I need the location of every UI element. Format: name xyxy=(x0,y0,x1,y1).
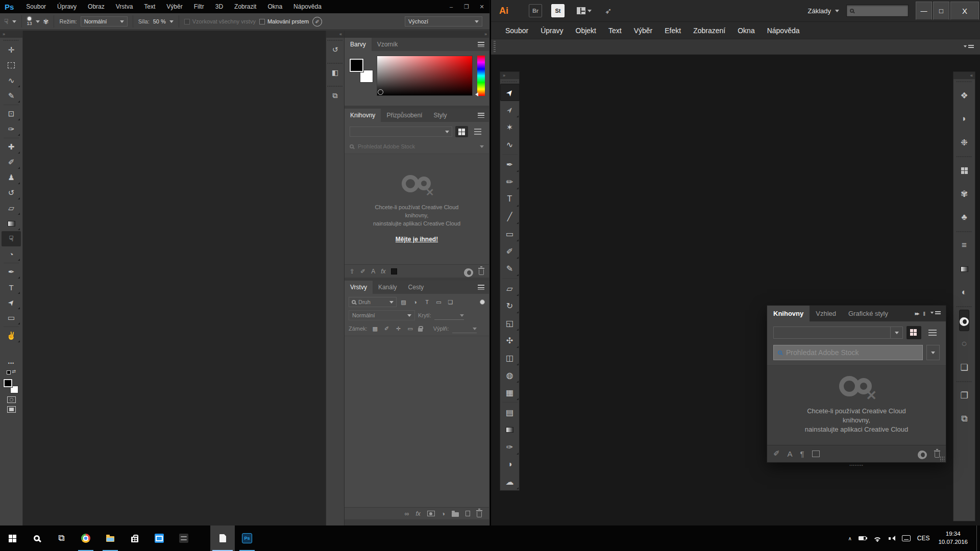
dock-grip[interactable] xyxy=(327,38,343,42)
taskbar-settings-button[interactable] xyxy=(172,525,196,551)
toolbar-grip[interactable] xyxy=(502,79,518,84)
rectangle-tool[interactable]: ▭ xyxy=(500,225,520,242)
layers-list-empty[interactable] xyxy=(345,336,489,507)
get-creative-cloud-link[interactable]: Mějte je ihned! xyxy=(396,235,438,244)
dock-grip[interactable] xyxy=(956,379,972,384)
panel-menu-icon[interactable] xyxy=(930,311,941,316)
ps-colors-tab-barvy[interactable]: Barvy xyxy=(345,38,372,51)
quick-mask-icon[interactable] xyxy=(7,396,16,403)
fill-dropdown[interactable] xyxy=(452,324,477,333)
search-input[interactable] xyxy=(846,5,909,17)
arrange-documents-button[interactable] xyxy=(577,7,592,14)
type-tool[interactable]: T xyxy=(500,190,520,208)
layers-panel-icon[interactable]: ❐ xyxy=(960,385,968,406)
swatches-panel-icon[interactable] xyxy=(961,160,968,181)
history-panel-icon[interactable]: ↺ xyxy=(328,42,342,57)
task-view-button[interactable]: ⧉ xyxy=(49,525,74,551)
ai-menu-text[interactable]: Text xyxy=(602,22,628,39)
upload-icon[interactable]: ⇪ xyxy=(350,268,355,275)
graphic-styles-panel-icon[interactable]: ❏ xyxy=(960,357,968,378)
list-view-button[interactable] xyxy=(925,326,940,339)
smudge-tool-preset-icon[interactable]: ☟ xyxy=(4,17,9,26)
ai-menu-okna[interactable]: Okna xyxy=(731,22,761,39)
blend-mode-dropdown[interactable]: Normální xyxy=(81,16,128,27)
taskbar-messaging-button[interactable] xyxy=(147,525,172,551)
workspace-switcher[interactable]: Základy xyxy=(807,7,839,15)
artboards-panel-icon[interactable]: ⧉ xyxy=(961,408,967,430)
dock-grip[interactable] xyxy=(327,61,343,65)
dock-grip[interactable] xyxy=(956,304,972,309)
close-button[interactable]: ✕ xyxy=(474,0,489,13)
direct-selection-tool[interactable]: ➢ xyxy=(500,101,520,118)
ps-menu-zobrazit[interactable]: Zobrazit xyxy=(229,0,262,13)
brushes-panel-icon[interactable]: ✾ xyxy=(961,183,968,205)
add-character-style-icon[interactable]: A xyxy=(788,449,793,458)
symbol-sprayer-tool[interactable]: ☁ xyxy=(500,473,520,490)
ps-layers-tab-vrstvy[interactable]: Vrstvy xyxy=(345,281,373,294)
saturation-brightness-field[interactable] xyxy=(377,56,473,96)
hidden-icons-chevron-icon[interactable]: ∧ xyxy=(848,536,851,541)
ai-menu-n-pov-da[interactable]: Nápověda xyxy=(761,22,806,39)
screen-mode-icon[interactable] xyxy=(7,406,16,413)
library-search-row[interactable]: Prohledat Adobe Stock xyxy=(345,139,489,154)
add-color-swatch-icon[interactable] xyxy=(812,450,820,457)
smudge-tool[interactable]: ☟ xyxy=(2,231,21,246)
ps-menu-3d[interactable]: 3D xyxy=(210,0,229,13)
pen-tool[interactable]: ✒ xyxy=(2,264,21,280)
toolbar-collapse-icon[interactable]: ›› xyxy=(500,72,519,79)
clock[interactable]: 19:34 10.07.2016 xyxy=(936,530,970,546)
panel-menu-icon[interactable] xyxy=(473,38,489,51)
filter-adjustment-layers-icon[interactable]: ◑ xyxy=(410,297,420,307)
eraser-tool[interactable]: ▱ xyxy=(2,201,21,216)
layer-style-icon[interactable]: fx xyxy=(415,510,420,517)
delete-layer-icon[interactable] xyxy=(477,512,482,517)
filter-shape-layers-icon[interactable]: ▭ xyxy=(434,297,444,307)
ai-menu-soubor[interactable]: Soubor xyxy=(499,22,534,39)
foreground-background-swatches[interactable] xyxy=(4,379,19,393)
perspective-grid-tool[interactable]: ▦ xyxy=(500,384,520,401)
brush-tool[interactable]: ✐ xyxy=(2,155,21,170)
link-layers-icon[interactable]: ∞ xyxy=(405,510,409,517)
curvature-tool[interactable]: ✏ xyxy=(500,173,520,190)
eyedropper-tool[interactable]: ✑ xyxy=(2,121,21,137)
ps-menu-text[interactable]: Text xyxy=(138,0,161,13)
finger-painting-checkbox[interactable]: Malování prstem xyxy=(259,18,309,24)
strength-value[interactable]: 50 % xyxy=(153,18,166,24)
ps-colors-tab-vzorn-k[interactable]: Vzorník xyxy=(372,38,404,51)
tablet-pressure-icon[interactable]: ✐ xyxy=(312,17,322,27)
mesh-tool[interactable]: ▤ xyxy=(500,404,520,421)
ai-lib-tab-grafick-styly[interactable]: Grafické styly xyxy=(842,306,894,321)
gradient-tool[interactable] xyxy=(2,216,21,231)
illustrator-canvas[interactable]: ›› ➤➢✶∿✒✏T╱▭✐✎▱↻◱✣◫◍▦▤✑◑☁ ‹‹ ❖◗❉✾♣≡◐◌❏❐⧉… xyxy=(491,56,980,525)
ps-layers-tab-kan-ly[interactable]: Kanály xyxy=(373,281,403,294)
dropdown-caret-icon[interactable] xyxy=(890,327,902,338)
zoom-tool[interactable] xyxy=(2,343,21,359)
list-view-button[interactable] xyxy=(471,126,484,137)
ai-menu-v-b-r[interactable]: Výběr xyxy=(628,22,659,39)
minimize-button[interactable]: – xyxy=(444,0,459,13)
lock-transparency-icon[interactable]: ▩ xyxy=(371,324,379,333)
ps-menu-okna[interactable]: Okna xyxy=(262,0,288,13)
ps-menu-filtr[interactable]: Filtr xyxy=(188,0,210,13)
ps-menu-obraz[interactable]: Obraz xyxy=(82,0,110,13)
tool-preset-caret-icon[interactable] xyxy=(12,20,16,25)
ai-lib-tab-knihovny[interactable]: Knihovny xyxy=(767,306,810,321)
dock-grip[interactable] xyxy=(956,79,972,84)
taskbar-file-explorer-button[interactable] xyxy=(98,525,122,551)
cc-sync-icon[interactable] xyxy=(464,268,473,274)
gradient-panel-icon[interactable] xyxy=(961,258,968,280)
rectangle-shape-tool[interactable]: ▭ xyxy=(2,310,21,325)
bridge-button[interactable]: Br xyxy=(529,4,542,17)
edit-toolbar-icon[interactable]: ••• xyxy=(8,361,14,366)
lasso-tool[interactable]: ∿ xyxy=(500,136,520,153)
ps-lib-tab-knihovny[interactable]: Knihovny xyxy=(345,109,381,122)
ps-lib-tab-styly[interactable]: Styly xyxy=(428,109,452,122)
blend-tool[interactable]: ◑ xyxy=(500,456,520,473)
language-indicator[interactable]: CES xyxy=(917,535,930,542)
dock-collapse-icon[interactable]: ‹‹ xyxy=(953,72,975,79)
quick-selection-tool[interactable]: ✎ xyxy=(2,88,21,104)
dock-grip[interactable] xyxy=(956,229,972,234)
network-icon[interactable] xyxy=(873,535,882,542)
ai-lib-tab-vzhled[interactable]: Vzhled xyxy=(810,306,842,321)
filter-smart-objects-icon[interactable]: ❏ xyxy=(446,297,455,307)
